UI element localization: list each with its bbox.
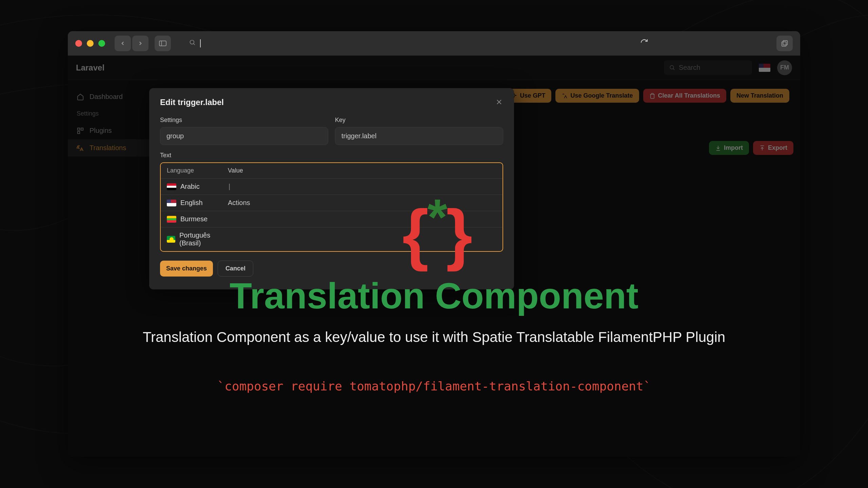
key-input[interactable]: trigger.label: [335, 127, 503, 145]
tabs-button[interactable]: [776, 36, 793, 51]
language-name: English: [180, 199, 203, 207]
svg-line-3: [194, 44, 195, 45]
column-language: Language: [167, 167, 228, 174]
reload-button[interactable]: [640, 39, 648, 48]
translation-row: Burmese: [161, 211, 502, 227]
modal-header: Edit trigger.label: [160, 98, 503, 108]
minimize-window-button[interactable]: [87, 40, 94, 47]
user-avatar[interactable]: FM: [777, 60, 792, 75]
text-label: Text: [160, 152, 503, 159]
address-bar[interactable]: [189, 39, 622, 47]
export-button[interactable]: Export: [753, 141, 793, 155]
cancel-button[interactable]: Cancel: [218, 261, 253, 277]
sidebar-toggle-button[interactable]: [155, 36, 171, 51]
plugin-icon: [77, 127, 84, 135]
close-icon: [495, 98, 503, 106]
column-value: Value: [228, 167, 496, 174]
key-label: Key: [335, 117, 503, 124]
flag-icon: [167, 236, 175, 243]
translate-icon: [77, 144, 84, 152]
browser-toolbar: [68, 31, 800, 56]
new-translation-button[interactable]: New Translation: [730, 89, 789, 103]
sidebar-section-label: Settings: [77, 110, 99, 117]
language-name: Português (Brasil): [179, 231, 228, 247]
language-name: Arabic: [180, 183, 200, 190]
save-changes-button[interactable]: Save changes: [160, 261, 213, 277]
language-name: Burmese: [180, 215, 208, 223]
translation-row: Arabic |: [161, 179, 502, 195]
translation-row: Português (Brasil): [161, 227, 502, 251]
address-cursor: [200, 39, 201, 47]
value-input[interactable]: [228, 215, 496, 223]
key-field: Key trigger.label: [335, 117, 503, 145]
settings-label: Settings: [160, 117, 328, 124]
flag-icon: [167, 200, 176, 206]
svg-rect-10: [78, 131, 80, 133]
svg-rect-9: [81, 128, 83, 130]
nav-buttons: [115, 36, 149, 51]
trash-icon: [649, 93, 655, 99]
svg-point-2: [190, 40, 194, 44]
language-flag-icon[interactable]: [759, 64, 770, 72]
svg-rect-5: [782, 42, 786, 46]
svg-point-6: [670, 65, 674, 69]
close-modal-button[interactable]: [495, 98, 503, 108]
search-icon: [189, 39, 196, 47]
table-toolbar: Import Export: [709, 141, 800, 155]
close-window-button[interactable]: [75, 40, 82, 47]
value-input[interactable]: Actions: [228, 199, 496, 207]
svg-line-7: [673, 68, 674, 70]
settings-input[interactable]: group: [160, 127, 328, 145]
svg-rect-8: [78, 128, 80, 130]
brand-logo: Laravel: [76, 63, 104, 73]
upload-icon: [759, 145, 765, 151]
window-controls: [75, 40, 105, 47]
flag-icon: [167, 183, 176, 190]
svg-rect-4: [783, 41, 787, 45]
download-icon: [715, 145, 721, 151]
translate-icon: [561, 93, 568, 99]
global-search-input[interactable]: Search: [664, 60, 752, 75]
home-icon: [77, 93, 84, 101]
sidebar-item-label: Dashboard: [90, 93, 123, 101]
translation-row: English Actions: [161, 195, 502, 211]
search-icon: [669, 65, 675, 71]
flag-icon: [167, 216, 176, 223]
modal-title: Edit trigger.label: [160, 98, 224, 108]
value-input[interactable]: [228, 231, 496, 247]
app-header: Laravel Search FM: [68, 56, 800, 80]
back-button[interactable]: [115, 36, 131, 51]
value-input[interactable]: |: [228, 183, 496, 190]
svg-rect-0: [159, 41, 166, 46]
edit-translation-modal: Edit trigger.label Settings group Key tr…: [149, 88, 514, 289]
forward-button[interactable]: [132, 36, 149, 51]
translation-text-table: Language Value Arabic | English Actions …: [160, 162, 503, 252]
maximize-window-button[interactable]: [98, 40, 105, 47]
settings-field: Settings group: [160, 117, 328, 145]
sidebar-item-label: Translations: [90, 144, 126, 152]
use-google-translate-button[interactable]: Use Google Translate: [555, 89, 639, 103]
clear-translations-button[interactable]: Clear All Translations: [643, 89, 726, 103]
search-placeholder: Search: [679, 64, 700, 72]
import-button[interactable]: Import: [709, 141, 749, 155]
sidebar-item-label: Plugins: [90, 127, 112, 135]
